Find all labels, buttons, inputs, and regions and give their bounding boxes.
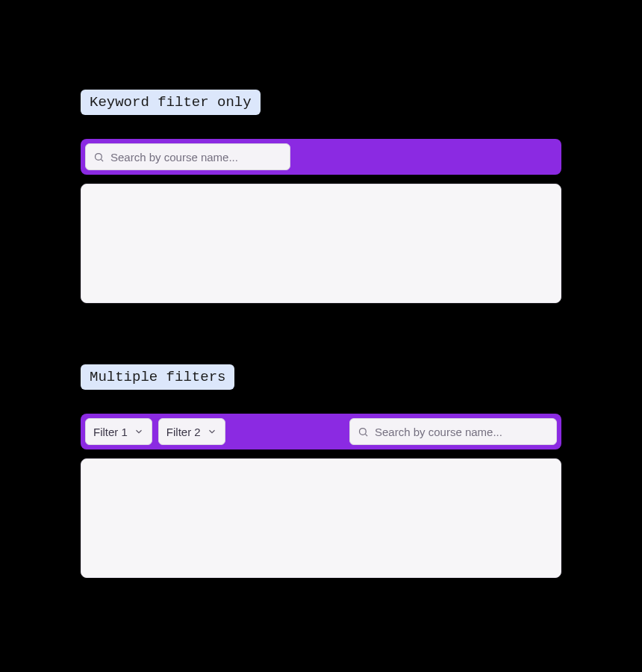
search-field[interactable] — [85, 143, 290, 170]
search-field[interactable] — [349, 418, 557, 445]
example-keyword-only: Keyword filter only — [81, 90, 561, 303]
chevron-down-icon — [207, 426, 217, 437]
filter-label: Filter 1 — [93, 426, 128, 438]
svg-line-1 — [101, 159, 103, 161]
filter-toolbar: Filter 1 Filter 2 — [81, 414, 561, 449]
results-panel — [81, 458, 561, 578]
search-icon — [93, 152, 105, 163]
search-input[interactable] — [110, 151, 282, 164]
example-multiple-filters: Multiple filters Filter 1 Filter 2 — [81, 364, 561, 578]
example-tag: Keyword filter only — [81, 90, 261, 115]
search-icon — [358, 426, 369, 438]
svg-line-3 — [365, 434, 367, 436]
results-panel — [81, 184, 561, 303]
filter-label: Filter 2 — [166, 426, 201, 438]
filter-toolbar — [81, 139, 561, 175]
search-input[interactable] — [375, 426, 549, 438]
filter-dropdown-2[interactable]: Filter 2 — [158, 418, 225, 445]
example-tag: Multiple filters — [81, 364, 234, 390]
filter-dropdown-1[interactable]: Filter 1 — [85, 418, 152, 445]
chevron-down-icon — [134, 426, 144, 437]
svg-point-2 — [360, 428, 367, 435]
svg-point-0 — [96, 153, 102, 160]
